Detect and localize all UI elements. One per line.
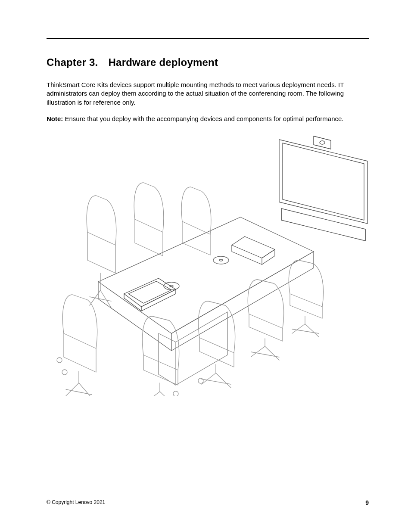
office-chair-icon [248,280,283,360]
svg-point-2 [219,259,223,261]
soundbar-icon [281,208,365,241]
camera-icon [314,136,331,149]
conference-room-illustration [47,131,370,396]
conference-room-svg [47,131,370,396]
office-chair-icon [134,183,164,256]
page-number: 9 [365,499,369,506]
svg-point-1 [213,256,229,264]
conference-table-icon [98,217,314,385]
top-horizontal-rule [47,38,369,39]
office-chair-icon [289,260,323,337]
chapter-title: Chapter 3. Hardware deployment [47,56,369,68]
office-chair-icon [198,301,235,388]
table-mic-icon [213,256,229,264]
document-page: Chapter 3. Hardware deployment ThinkSmar… [0,0,411,532]
note-label: Note: [47,115,63,122]
office-chair-icon [57,295,97,396]
note-paragraph: Note: Ensure that you deploy with the ac… [47,115,369,123]
svg-point-7 [173,391,178,396]
page-footer: © Copyright Lenovo 2021 9 [47,499,369,506]
svg-point-0 [320,141,325,144]
core-unit-icon [232,236,275,264]
intro-paragraph: ThinkSmart Core Kits devices support mul… [47,81,369,107]
office-chair-icon [181,187,211,255]
svg-point-6 [62,370,67,375]
note-text: Ensure that you deploy with the accompan… [65,115,344,122]
touch-controller-icon [124,278,176,311]
svg-point-5 [57,358,62,363]
office-chair-icon [142,316,203,396]
copyright-text: © Copyright Lenovo 2021 [47,499,105,506]
office-chair-icon [87,196,116,308]
